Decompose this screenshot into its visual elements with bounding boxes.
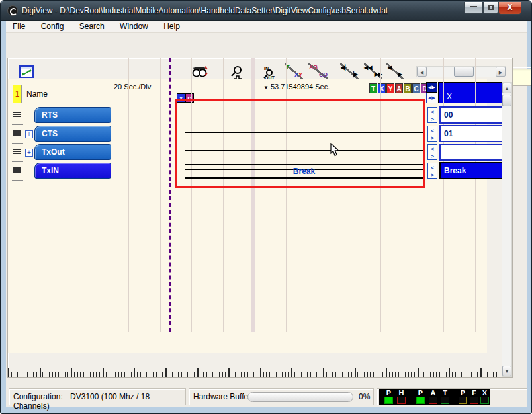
app-window: DigiView - D:\DevRoot\IndustrialMobileAu… bbox=[0, 0, 532, 414]
marker-b-button[interactable]: B bbox=[404, 83, 412, 93]
title-bar[interactable]: DigiView - D:\DevRoot\IndustrialMobileAu… bbox=[1, 1, 532, 21]
toggle-ab-cd-button[interactable]: AB CD bbox=[308, 63, 328, 79]
value-rts[interactable]: 00 bbox=[439, 106, 503, 124]
main-toolbar: T ▼ bbox=[6, 33, 527, 58]
status-hardware-buffer: Hardware Buffer: 0% bbox=[189, 388, 374, 405]
search-goggles-edit-icon bbox=[191, 65, 208, 78]
jump-fast-buttons[interactable]: ◀◀ ▶▶ bbox=[364, 63, 382, 79]
row-drag-handle[interactable] bbox=[13, 130, 21, 136]
vertical-scrollbar[interactable]: ▲ ▼ bbox=[502, 82, 512, 377]
marker-y-button[interactable]: Y bbox=[386, 83, 394, 93]
menu-search[interactable]: Search bbox=[73, 21, 111, 31]
chevron-left-icon: < bbox=[431, 109, 434, 115]
close-icon: X bbox=[507, 3, 512, 12]
marker-x-button[interactable]: X bbox=[378, 83, 386, 93]
led-light bbox=[441, 397, 449, 404]
waveform-panel: IN OUT T XY AB CD ◀▏ ▕▶ ◀◀ ▶▶ ◀ ▶ ◀ bbox=[7, 58, 513, 378]
channel-tab-cts[interactable]: CTS bbox=[34, 126, 111, 142]
gridline bbox=[128, 58, 129, 332]
jump-next-edge-icon: ▕▶ bbox=[350, 72, 358, 77]
row-separator bbox=[12, 124, 23, 125]
name-column-header: Name bbox=[26, 89, 48, 99]
configuration-label: Configuration: bbox=[13, 392, 63, 401]
scroll-right-button[interactable]: ▶ bbox=[496, 67, 506, 77]
row-drag-handle[interactable] bbox=[13, 167, 21, 173]
view-settings-button[interactable] bbox=[19, 65, 34, 79]
step-forward-icon: ▶ bbox=[398, 72, 402, 77]
svg-text:OUT: OUT bbox=[265, 75, 275, 80]
row-separator bbox=[12, 143, 23, 144]
value-scroll-cts[interactable]: <> bbox=[427, 126, 437, 142]
scroll-down-button[interactable]: ▼ bbox=[502, 366, 511, 376]
edit-search-button[interactable] bbox=[191, 65, 208, 79]
expand-txout-button[interactable]: + bbox=[25, 130, 33, 138]
channel-tab-rts[interactable]: RTS bbox=[34, 107, 111, 123]
step-back-icon: ◀ bbox=[388, 65, 392, 71]
pan-marker-button[interactable]: ◀▶ bbox=[426, 93, 437, 103]
horizontal-scrollbar[interactable]: ◀ ▶ bbox=[416, 66, 506, 77]
menu-window[interactable]: Window bbox=[113, 21, 155, 31]
toggle-time-xy-button[interactable]: T XY bbox=[285, 63, 303, 79]
chevron-right-icon: > bbox=[431, 172, 434, 178]
value-scroll-txout[interactable]: <> bbox=[427, 144, 437, 160]
led-light bbox=[480, 397, 489, 404]
jump-step-buttons[interactable]: ◀ ▶ bbox=[386, 63, 404, 79]
scroll-left-button[interactable]: ◀ bbox=[417, 67, 427, 77]
led-letter: A bbox=[429, 389, 437, 397]
row-drag-handle[interactable] bbox=[13, 112, 21, 117]
marker-t-button[interactable]: T bbox=[369, 83, 377, 93]
value-txout[interactable] bbox=[439, 144, 503, 161]
led-light bbox=[470, 397, 478, 404]
ruler-major-ticks bbox=[8, 368, 512, 377]
chevron-right-icon: > bbox=[431, 153, 434, 159]
expand-txin-button[interactable]: + bbox=[25, 149, 33, 157]
marker-button-row: TXYABCD bbox=[369, 83, 429, 93]
row-gutter bbox=[12, 103, 23, 377]
zoom-in-out-button[interactable]: IN OUT bbox=[258, 65, 276, 80]
cursor-position-marker-icon: ▼ bbox=[263, 85, 269, 91]
row-separator bbox=[12, 180, 23, 181]
led-indicator-panel: P H P A T P F X bbox=[379, 389, 490, 405]
menu-help[interactable]: Help bbox=[157, 21, 187, 31]
menu-bar: File Config Search Window Help bbox=[6, 21, 527, 33]
fast-forward-icon: ▶▶ bbox=[375, 72, 382, 77]
value-column-header[interactable]: X bbox=[438, 82, 502, 103]
value-txin[interactable]: Break bbox=[439, 162, 503, 179]
view-index-badge[interactable]: 1 bbox=[13, 85, 22, 103]
maximize-button[interactable] bbox=[483, 2, 498, 14]
center-marker-button[interactable]: ◀▶ bbox=[426, 82, 437, 93]
value-scroll-rts[interactable]: <> bbox=[427, 107, 437, 123]
value-scroll-txin[interactable]: <> bbox=[427, 163, 437, 179]
hardware-buffer-progressbar bbox=[247, 392, 353, 402]
led-letter: P bbox=[459, 389, 467, 397]
chevron-left-icon: < bbox=[431, 146, 434, 152]
maximize-icon bbox=[488, 5, 494, 10]
marker-x-cursor-line[interactable] bbox=[169, 58, 171, 332]
menu-file[interactable]: File bbox=[6, 21, 32, 31]
menu-config[interactable]: Config bbox=[34, 21, 71, 31]
jump-edge-buttons[interactable]: ◀▏ ▕▶ bbox=[340, 63, 359, 79]
value-cts[interactable]: 01 bbox=[439, 125, 503, 142]
zoom-signal-button[interactable] bbox=[228, 65, 245, 80]
close-button[interactable]: X bbox=[498, 2, 521, 15]
channel-tab-txout[interactable]: TxOut bbox=[34, 144, 111, 160]
marker-a-button[interactable]: A bbox=[395, 83, 403, 93]
chevron-left-icon: < bbox=[431, 165, 434, 171]
minimize-button[interactable] bbox=[464, 2, 483, 14]
row-drag-handle[interactable] bbox=[13, 149, 21, 154]
ab-glyph: AB bbox=[309, 65, 318, 71]
cursor-position-readout: ▼ 53.71549894 Sec. bbox=[263, 83, 330, 91]
scrollbar-thumb[interactable] bbox=[454, 67, 474, 77]
gridline bbox=[475, 58, 476, 332]
xy-glyph: XY bbox=[294, 72, 302, 78]
app-icon bbox=[7, 5, 18, 16]
chevron-right-icon: > bbox=[431, 135, 434, 141]
arrow-right-icon: ▶ bbox=[499, 70, 502, 75]
channel-tab-txin[interactable]: TxIN bbox=[34, 163, 111, 179]
zoom-signal-icon bbox=[228, 65, 245, 80]
scroll-up-button[interactable]: ▲ bbox=[502, 83, 511, 93]
marker-c-button[interactable]: C bbox=[412, 83, 420, 93]
scrollbar-thumb[interactable] bbox=[502, 95, 511, 106]
cd-glyph: CD bbox=[319, 72, 328, 78]
jump-prev-edge-icon: ◀▏ bbox=[341, 65, 349, 71]
